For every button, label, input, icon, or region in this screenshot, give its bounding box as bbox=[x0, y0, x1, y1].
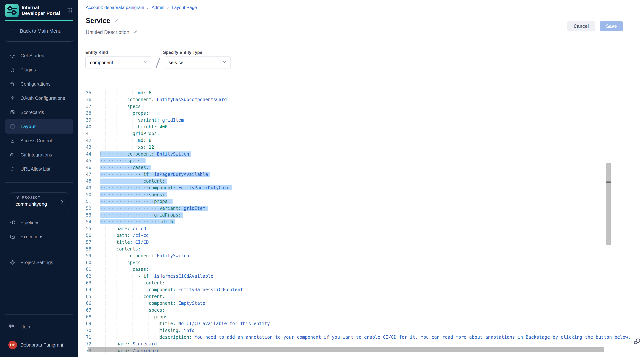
code-line-71[interactable]: 71 description: You need to add an annot… bbox=[78, 334, 630, 340]
code-line-48[interactable]: 48················content: bbox=[78, 178, 630, 184]
line-number: 71 bbox=[78, 334, 91, 340]
code-line-67[interactable]: 67 specs: bbox=[78, 307, 630, 313]
sidebar-item-help[interactable]: ? Help bbox=[0, 320, 78, 334]
sidebar-header: Internal Developer Portal bbox=[5, 3, 73, 18]
code-line-65[interactable]: 65 - content: bbox=[78, 293, 630, 300]
line-number: 62 bbox=[78, 273, 91, 280]
code-line-57[interactable]: 57 title: CI/CD bbox=[78, 239, 630, 246]
code-line-59[interactable]: 59 - component: EntitySwitch bbox=[78, 252, 630, 259]
entity-kind-select[interactable]: component bbox=[85, 57, 152, 69]
line-number: 45 bbox=[78, 157, 91, 164]
code-line-44[interactable]: 44········- component: EntitySwitch bbox=[78, 151, 630, 157]
line-content: ············cases: bbox=[100, 164, 151, 171]
breadcrumb-link[interactable]: Admin bbox=[152, 5, 164, 10]
code-line-36[interactable]: 36 - component: EntityHasSubcomponentsCa… bbox=[78, 96, 630, 103]
horizontal-scrollbar[interactable] bbox=[88, 347, 604, 352]
code-line-70[interactable]: 70 missing: info bbox=[78, 327, 630, 334]
code-line-35[interactable]: 35 md: 6 bbox=[78, 90, 630, 96]
code-line-38[interactable]: 38 props: bbox=[78, 110, 630, 117]
configurations-icon bbox=[10, 81, 15, 87]
code-line-66[interactable]: 66 component: EmptyState bbox=[78, 300, 630, 307]
sidebar-item-url-allow-list[interactable]: URL Allow List bbox=[0, 162, 78, 176]
sidebar-item-layout[interactable]: Layout bbox=[5, 119, 73, 134]
sidebar-item-configurations[interactable]: Configurations bbox=[0, 77, 78, 91]
line-content: xs: 12 bbox=[100, 144, 154, 151]
code-line-37[interactable]: 37 specs: bbox=[78, 103, 630, 110]
sidebar-item-plugins[interactable]: Plugins bbox=[0, 63, 78, 77]
code-line-52[interactable]: 52······················variant: gridIte… bbox=[78, 205, 630, 212]
code-line-60[interactable]: 60 specs: bbox=[78, 259, 630, 266]
code-line-61[interactable]: 61 cases: bbox=[78, 266, 630, 273]
code-line-41[interactable]: 41 gridProps: bbox=[78, 130, 630, 137]
support-chat-icon[interactable] bbox=[633, 337, 642, 346]
link-icon bbox=[10, 166, 15, 172]
code-line-54[interactable]: 54······················md: 6 bbox=[78, 218, 630, 225]
entity-kind-label: Entity Kind bbox=[85, 50, 108, 55]
sidebar-item-project-settings[interactable]: Project Settings bbox=[0, 255, 78, 269]
sidebar-item-pipelines[interactable]: Pipelines bbox=[0, 215, 78, 230]
sidebar-divider bbox=[5, 182, 73, 183]
code-line-45[interactable]: 45··········specs: bbox=[78, 157, 630, 164]
line-content: ····················props: bbox=[100, 198, 172, 205]
project-selector[interactable]: PROJECT communityeng bbox=[11, 192, 68, 210]
line-number: 72 bbox=[78, 340, 91, 347]
code-line-50[interactable]: 50··················specs: bbox=[78, 191, 630, 198]
breadcrumb-link[interactable]: Account: debabrata.panigrahi bbox=[86, 5, 144, 10]
code-line-63[interactable]: 63 content: bbox=[78, 280, 630, 286]
back-to-main-menu-button[interactable]: Back to Main Menu bbox=[5, 21, 73, 42]
vertical-scrollbar[interactable] bbox=[606, 163, 611, 245]
sidebar-item-oauth-configurations[interactable]: OAuth Configurations bbox=[0, 91, 78, 105]
line-content: ················content: bbox=[100, 178, 167, 184]
code-line-69[interactable]: 69 title: No CI/CD available for this en… bbox=[78, 320, 630, 327]
code-line-47[interactable]: 47··············- if: isPagerDutyAvailab… bbox=[78, 171, 630, 178]
line-content: ····················gridProps: bbox=[100, 212, 183, 218]
code-line-62[interactable]: 62 - if: isHarnessCiCdAvailable bbox=[78, 273, 630, 280]
sidebar-item-access-control[interactable]: Access Control bbox=[0, 134, 78, 148]
code-line-68[interactable]: 68 props: bbox=[78, 313, 630, 320]
code-line-39[interactable]: 39 variant: gridItem bbox=[78, 117, 630, 124]
code-line-64[interactable]: 64 component: EntityHarnessCiCdContent bbox=[78, 286, 630, 293]
code-line-40[interactable]: 40 height: 400 bbox=[78, 124, 630, 130]
cancel-button[interactable]: Cancel bbox=[568, 21, 595, 31]
chevron-down-icon bbox=[144, 60, 148, 65]
line-content: description: You need to add an annotati… bbox=[100, 334, 630, 340]
code-line-58[interactable]: 58 contents: bbox=[78, 246, 630, 252]
line-number: 52 bbox=[78, 205, 91, 212]
user-name: Debabrata Panigrahi bbox=[20, 342, 63, 348]
code-line-49[interactable]: 49··················component: EntityPag… bbox=[78, 184, 630, 191]
code-line-51[interactable]: 51····················props: bbox=[78, 198, 630, 205]
line-number: 55 bbox=[78, 225, 91, 232]
code-line-53[interactable]: 53····················gridProps: bbox=[78, 212, 630, 218]
line-number: 44 bbox=[78, 151, 91, 157]
breadcrumb-link[interactable]: Layout Page bbox=[172, 5, 197, 10]
gear-icon bbox=[10, 260, 15, 265]
line-content: ······················md: 6 bbox=[100, 218, 175, 225]
sidebar-item-git-integrations[interactable]: Git Integrations bbox=[0, 148, 78, 162]
entity-type-select[interactable]: service bbox=[164, 57, 231, 69]
code-line-43[interactable]: 43 xs: 12 bbox=[78, 144, 630, 151]
code-line-55[interactable]: 55 - name: ci-cd bbox=[78, 225, 630, 232]
line-number: 50 bbox=[78, 191, 91, 198]
sidebar-item-label: Pipelines bbox=[20, 220, 39, 225]
code-line-46[interactable]: 46············cases: bbox=[78, 164, 630, 171]
save-button[interactable]: Save bbox=[600, 21, 623, 31]
sidebar-item-get-started[interactable]: Get Started bbox=[0, 49, 78, 63]
code-line-42[interactable]: 42 md: 8 bbox=[78, 137, 630, 144]
module-grid-icon[interactable] bbox=[67, 7, 73, 14]
edit-title-pencil-icon[interactable] bbox=[114, 17, 119, 25]
line-content: gridProps: bbox=[100, 130, 160, 137]
line-number: 38 bbox=[78, 110, 91, 117]
code-line-72[interactable]: 72 - name: Scorecard bbox=[78, 340, 630, 347]
entity-kind-value: component bbox=[90, 60, 113, 65]
sidebar-item-executions[interactable]: Executions bbox=[0, 230, 78, 244]
sidebar-divider bbox=[5, 251, 73, 251]
edit-description-pencil-icon[interactable] bbox=[134, 30, 138, 35]
line-content: - component: EntityHasSubcomponentsCard bbox=[100, 96, 227, 103]
yaml-code-editor[interactable]: 35 md: 636 - component: EntityHasSubcomp… bbox=[78, 73, 630, 357]
line-content: specs: bbox=[100, 307, 165, 313]
sidebar-item-scorecards[interactable]: Scorecards bbox=[0, 105, 78, 119]
line-number: 66 bbox=[78, 300, 91, 307]
code-line-56[interactable]: 56 path: /ci-cd bbox=[78, 232, 630, 239]
line-content: props: bbox=[100, 110, 149, 117]
user-menu[interactable]: DP Debabrata Panigrahi bbox=[8, 340, 63, 349]
